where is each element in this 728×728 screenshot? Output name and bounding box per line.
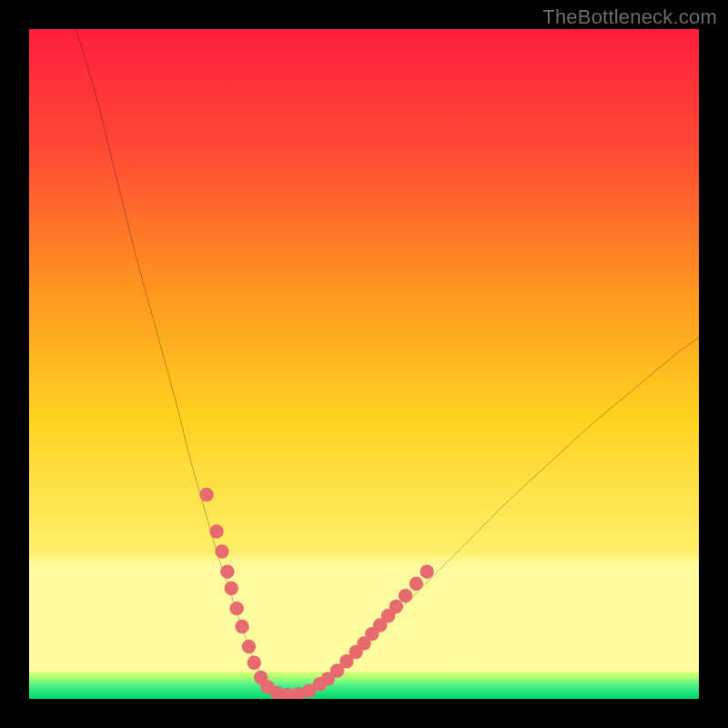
curve-dot [215, 544, 228, 558]
curve-dot [209, 524, 223, 538]
watermark-text: TheBottleneck.com [542, 5, 717, 29]
curve-dot [420, 564, 433, 578]
curve-dot [242, 640, 256, 653]
curve-dot [235, 620, 248, 633]
chart-frame: TheBottleneck.com [0, 0, 728, 728]
curve-dot [399, 589, 412, 602]
curve-dot [225, 581, 238, 595]
curve-dot [410, 577, 423, 591]
curve-dot [229, 602, 243, 615]
curve-dot [220, 564, 234, 578]
green-band [29, 672, 699, 699]
curve-dot [199, 488, 213, 501]
curve-dot [248, 656, 261, 670]
curve-dot [389, 600, 403, 613]
chart-svg [29, 29, 699, 699]
